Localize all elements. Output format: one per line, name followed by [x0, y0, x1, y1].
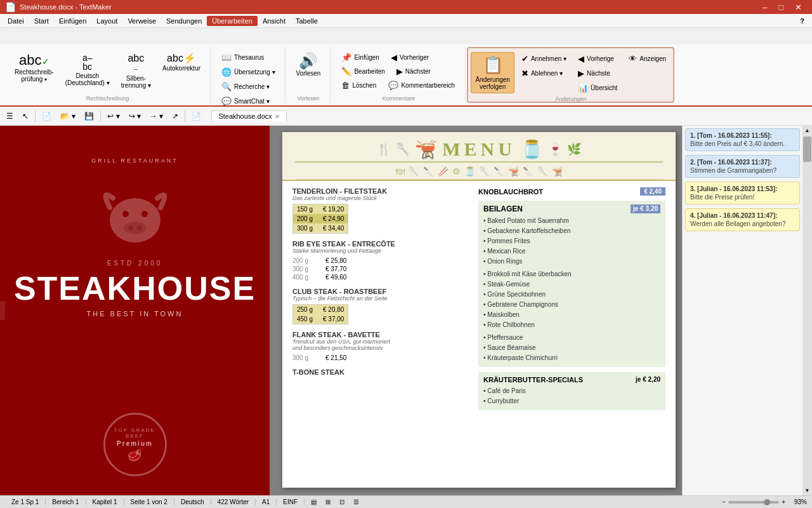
vertical-scrollbar[interactable]: ▲ ▼ [802, 126, 812, 495]
toolbar-cursor-btn[interactable]: ↖ [18, 110, 32, 123]
menu-verweise[interactable]: Verweise [122, 16, 161, 26]
comment-2-header: 2. [Tom - 16.06.2023 11:37]: [690, 159, 795, 166]
zoom-minus[interactable]: − [722, 498, 726, 505]
vorlesen-icon: 🔊 [299, 53, 318, 69]
left-cover-panel: GRILL RESTAURANT [0, 126, 270, 495]
naechste-a-button[interactable]: ▶ Nächste [573, 67, 622, 80]
comments-panel: 1. [Tom - 16.06.2023 11:55]: Bitte den P… [682, 126, 802, 495]
ribeye-price-300v: € 37,70 [325, 265, 346, 272]
vorheriger-button[interactable]: ◀ Vorheriger [386, 51, 433, 64]
tagline-text: THE BEST IN TOWN [87, 310, 183, 318]
scroll-track[interactable] [802, 135, 812, 486]
scroll-down-arrow[interactable]: ▼ [802, 486, 812, 495]
status-a1: A1 [256, 498, 277, 505]
toolbar-save-btn[interactable]: 💾 [81, 110, 98, 123]
autokorrektur-button[interactable]: abc⚡ Autokorrektur [158, 51, 205, 74]
toolbar-open-btn[interactable]: 📂 ▾ [56, 110, 79, 123]
comment-2: 2. [Tom - 16.06.2023 11:37]: Stimmen die… [685, 155, 800, 178]
rechtschreibung-label: Rechtschreibung [10, 94, 205, 102]
help-button[interactable]: ? [795, 17, 809, 25]
comment-3: 3. [Julian - 16.06.2023 11:53]: Bitte di… [685, 182, 800, 204]
anzeigen-label: Anzeigen [639, 55, 666, 62]
toolbar-pointer-btn[interactable]: ↗ [168, 110, 182, 123]
zoom-slider[interactable] [728, 501, 779, 504]
toolbar-new-btn[interactable]: 📄 [38, 110, 55, 123]
scroll-thumb[interactable] [803, 137, 811, 162]
ablehnen-icon: ✖ [521, 69, 528, 78]
utensils-row: 🍽🥄🔪🥢⚙🫙🥄🔪🫕🔪🥄🫕 [295, 164, 663, 179]
menu-start[interactable]: Start [29, 16, 54, 26]
menu-ansicht[interactable]: Ansicht [258, 16, 291, 26]
anzeigen-button[interactable]: 👁 Anzeigen [624, 52, 671, 65]
bearbeiten-button[interactable]: ✏️ Bearbeiten [337, 65, 389, 78]
close-button[interactable]: ✕ [790, 1, 807, 13]
dish-clubsteak: CLUB STEAK - Roastbeef Typisch – die Fet… [292, 288, 471, 324]
thesaurus-button[interactable]: 📖 Thesaurus [217, 51, 268, 64]
view-outline-btn[interactable]: ☰ [350, 497, 363, 507]
view-layout-btn[interactable]: ⊞ [322, 497, 334, 507]
toolbar-arrow-btn[interactable]: → ▾ [146, 110, 167, 123]
vorherige-a-button[interactable]: ◀ Vorherige [573, 52, 622, 65]
vorlesen-label: Vorlesen [296, 70, 321, 77]
sprache-button[interactable]: a–bc Deutsch(Deutschland) ▾ [61, 51, 114, 89]
silbentrennung-button[interactable]: abc┄ Silben-trennung ▾ [117, 51, 155, 91]
menu-ueberarbeiten[interactable]: Überarbeiten [207, 16, 258, 26]
estd-text: ESTD 2000 [107, 260, 163, 267]
loeschen-button[interactable]: 🗑 Löschen [337, 79, 381, 92]
anzeigen-icon: 👁 [629, 54, 637, 64]
menu-datei[interactable]: Datei [3, 16, 29, 26]
document-tab[interactable]: Steakhouse.docx ✕ [211, 110, 286, 121]
badge-area: TOP GRADE BEEF Premium 🥩 [103, 413, 167, 483]
scroll-up-arrow[interactable]: ▲ [802, 126, 812, 135]
toolbar-redo-btn[interactable]: ↪ ▾ [125, 110, 145, 123]
minimize-button[interactable]: – [757, 1, 772, 13]
rechtschreibpruefung-button[interactable]: abc✓ Rechtschreib-prüfung ▾ [10, 51, 58, 85]
title-bar-left: 📄 Steakhouse.docx - TextMaker [5, 2, 112, 12]
maximize-button[interactable]: □ [773, 1, 789, 13]
comment-2-text: Stimmen die Grammangaben? [690, 167, 795, 174]
zoom-thumb[interactable] [764, 499, 770, 505]
annehmen-button[interactable]: ✔ Annehmen ▾ [517, 52, 571, 65]
aenderungen-verfolgen-button[interactable]: 📋 Änderungenverfolgen [471, 52, 514, 93]
flanksteak-price: 300 g € 21,50 [292, 354, 471, 362]
tenderloin-desc: Das zarteste und magerste Stück [292, 195, 471, 201]
ribeye-400g: 400 g [292, 274, 315, 281]
menu-sendungen[interactable]: Sendungen [161, 16, 207, 26]
view-normal-btn[interactable]: ▤ [307, 497, 320, 507]
doc-wrapper: 🍴🥄🫕MENU🫙🍷🌿 🍽🥄🔪🥢⚙🫙🥄🔪🫕🔪🥄🫕 [270, 126, 682, 495]
uebersicht-button[interactable]: 📊 Übersicht [573, 81, 622, 95]
tenderloin-price-150: 150 g € 19,20 [293, 204, 348, 214]
zoom-level[interactable]: 93% [788, 498, 807, 505]
zoom-plus[interactable]: + [782, 498, 785, 505]
silbentrennung-label: Silben-trennung ▾ [121, 75, 151, 89]
toolbar-menu-btn[interactable]: ☰ [3, 110, 17, 123]
navigation-sub: ◀ Vorherige ▶ Nächste 📊 Übersicht [573, 52, 622, 95]
ablehnen-button[interactable]: ✖ Ablehnen ▾ [517, 67, 571, 80]
smarchat-button[interactable]: 💬 SmartChat ▾ [217, 95, 274, 108]
doc-tab-name: Steakhouse.docx [218, 112, 272, 120]
rechtschreibung-items: abc✓ Rechtschreib-prüfung ▾ a–bc Deutsch… [10, 48, 205, 94]
naechster-button[interactable]: ▶ Nächster [392, 65, 435, 78]
menu-einfuegen[interactable]: Einfügen [54, 16, 91, 26]
view-web-btn[interactable]: ⊡ [336, 497, 348, 507]
doc-tab-close[interactable]: ✕ [275, 113, 280, 120]
comment-4-header: 4. [Julian - 16.06.2023 11:47]: [690, 212, 795, 219]
tenderloin-300g: 300 g [297, 225, 313, 232]
einfuegen-kommentar-button[interactable]: 📌 Einfügen [337, 51, 383, 64]
toolbar-sep3 [185, 110, 185, 122]
flanksteak-name: FLANK STEAK - Bavette [292, 331, 471, 338]
comment-3-header: 3. [Julian - 16.06.2023 11:53]: [690, 185, 795, 192]
ribeye-price-300: 300 g € 37,70 [292, 265, 346, 273]
menu-layout[interactable]: Layout [91, 16, 122, 26]
vorlesen-button[interactable]: 🔊 Vorlesen [292, 51, 325, 79]
toolbar-undo-btn[interactable]: ↩ ▾ [103, 110, 123, 123]
ablehnen-label: Ablehnen ▾ [531, 70, 563, 77]
status-seite: Seite 1 von 2 [124, 498, 174, 505]
menu-tabelle[interactable]: Tabelle [291, 16, 323, 26]
recherche-button[interactable]: 🔍 Recherche ▾ [217, 80, 274, 93]
left-collapse-handle[interactable] [0, 301, 5, 320]
toolbar-sep2 [100, 110, 101, 122]
uebersetzung-button[interactable]: 🌐 Übersetzung ▾ [217, 65, 279, 79]
vorherige-a-icon: ◀ [578, 54, 584, 64]
kommentarbereich-button[interactable]: 💬 Kommentarbereich [384, 79, 460, 92]
